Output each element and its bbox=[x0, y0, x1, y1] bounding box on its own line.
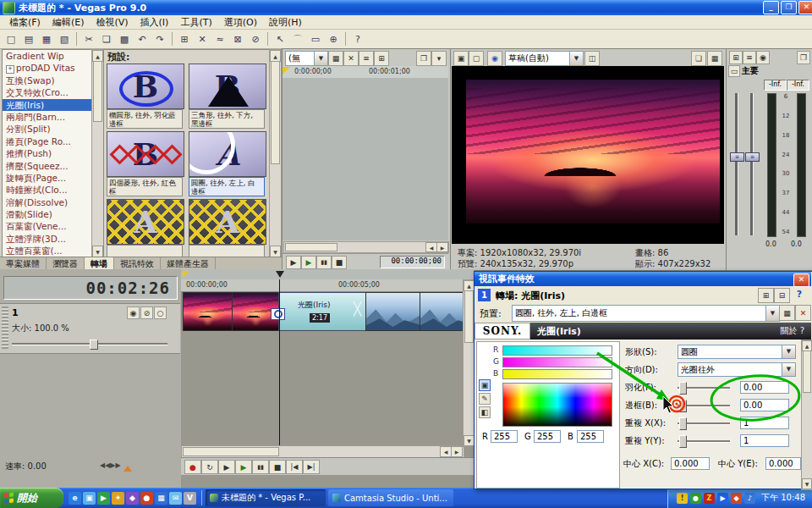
preset-thumbnail-pattern[interactable]: A bbox=[107, 199, 184, 245]
minimize-button[interactable]: _ bbox=[763, 1, 779, 14]
paste-button[interactable]: ▩ bbox=[116, 31, 133, 47]
tab-media-generators[interactable]: 媒體產生器 bbox=[161, 257, 216, 270]
transition-item[interactable]: Gradient Wip bbox=[3, 50, 92, 62]
plugin-chain-button[interactable]: ⊞ bbox=[758, 288, 774, 303]
trimmer-play-button[interactable]: ▶ bbox=[301, 256, 316, 269]
stop-button[interactable]: ■ bbox=[269, 460, 286, 474]
feather-slider[interactable] bbox=[678, 380, 730, 395]
border-slider[interactable] bbox=[678, 398, 730, 412]
trimmer-history-dropdown[interactable]: (無▼ bbox=[285, 51, 328, 66]
tray-icon[interactable]: ! bbox=[677, 493, 688, 504]
mixer-settings-button[interactable]: ◉ bbox=[756, 51, 770, 64]
quick-launch-icon[interactable]: e bbox=[69, 492, 81, 505]
trimmer-dock-button[interactable]: ❐ bbox=[416, 51, 431, 66]
trimmer-marker-icon[interactable] bbox=[283, 67, 290, 75]
transition-item[interactable]: 互換(Swap) bbox=[3, 75, 92, 86]
tray-icon[interactable]: ◆ bbox=[731, 493, 742, 504]
cut-button[interactable]: ✂ bbox=[80, 31, 97, 47]
preset-cell-selected[interactable]: A 圓圈, 往外, 左上, 白邊框 bbox=[189, 131, 266, 196]
redo-button[interactable]: ↷ bbox=[151, 31, 168, 47]
feather-value-field[interactable] bbox=[740, 381, 789, 394]
save-snapshot-button[interactable]: ▦ bbox=[707, 51, 722, 66]
menu-options[interactable]: 選項(O) bbox=[218, 16, 263, 29]
quick-launch-icon[interactable]: ▣ bbox=[83, 492, 96, 505]
blue-channel-slider[interactable] bbox=[502, 369, 612, 379]
tab-explorer[interactable]: 瀏覽器 bbox=[47, 257, 85, 270]
maximize-button[interactable]: ❐ bbox=[781, 1, 797, 14]
preview-overlay-button[interactable]: ◉ bbox=[487, 51, 502, 66]
tray-icon[interactable]: ● bbox=[690, 493, 701, 504]
eyedropper-button[interactable]: ✎ bbox=[479, 393, 491, 405]
preset-cell[interactable]: B 橢圓形, 往外, 羽化藍邊框 bbox=[107, 64, 184, 129]
center-x-value-field[interactable] bbox=[671, 457, 710, 470]
copy-snapshot-button[interactable]: ❏ bbox=[691, 51, 706, 66]
edit-cursor-line[interactable] bbox=[279, 279, 280, 445]
video-track-lane[interactable]: 光圈(Iris) 2:17 ╳ bbox=[181, 291, 474, 330]
transition-item[interactable]: 兩扇門(Barn... bbox=[3, 111, 92, 123]
red-channel-slider[interactable] bbox=[502, 345, 612, 356]
slider-handle[interactable] bbox=[679, 417, 687, 430]
selection-edit-tool-button[interactable]: ▭ bbox=[307, 31, 324, 47]
auto-ripple-button[interactable]: ≈ bbox=[211, 31, 228, 47]
mixer-insert-bus-button[interactable]: ⊞ bbox=[729, 51, 743, 64]
trimmer-media-area[interactable] bbox=[283, 78, 448, 240]
transition-item[interactable]: 交叉特效(Cro... bbox=[3, 86, 92, 98]
chevron-down-icon[interactable]: ▼ bbox=[569, 52, 583, 65]
trimmer-ruler[interactable]: 0:00:00;00 00:00:01;00 bbox=[283, 66, 448, 79]
transition-properties-icon[interactable] bbox=[271, 308, 285, 320]
ignore-grouping-button[interactable]: ⊘ bbox=[247, 31, 264, 47]
master-fader-right[interactable] bbox=[750, 93, 754, 235]
trimmer-settings-button[interactable]: ⊞ bbox=[374, 51, 389, 66]
menu-insert[interactable]: 插入(I) bbox=[134, 16, 175, 29]
task-button-camtasia[interactable]: Camtasia Studio - Unti... bbox=[328, 489, 453, 506]
fader-handle-right[interactable]: ≡ bbox=[745, 152, 760, 162]
hue-saturation-field[interactable] bbox=[502, 383, 612, 427]
menu-file[interactable]: 檔案(F) bbox=[3, 16, 47, 29]
center-y-value-field[interactable] bbox=[765, 457, 801, 470]
tab-project-media[interactable]: 專案媒體 bbox=[0, 257, 47, 270]
close-button[interactable]: ✕ bbox=[798, 1, 812, 14]
preset-dropdown[interactable]: 圓圈, 往外, 左上, 白邊框▼ bbox=[512, 305, 780, 322]
auto-crossfade-button[interactable]: ✕ bbox=[194, 31, 211, 47]
undo-button[interactable]: ↶ bbox=[134, 31, 151, 47]
transition-item[interactable]: 立體浮牌(3D... bbox=[3, 233, 92, 245]
bus-properties-icon[interactable]: ▭ bbox=[728, 65, 740, 77]
mixer-insert-fx-button[interactable]: ≡ bbox=[743, 51, 756, 64]
timeline-h-scrollbar[interactable]: ◀ ▶ bbox=[181, 445, 464, 458]
slider-handle[interactable] bbox=[679, 400, 687, 412]
loop-playback-button[interactable]: ↻ bbox=[201, 460, 218, 474]
new-project-button[interactable]: □ bbox=[3, 31, 19, 47]
quick-launch-icon[interactable]: ✦ bbox=[112, 492, 124, 505]
task-button-vegas[interactable]: 未標題的 * - Vegas P... bbox=[206, 489, 326, 506]
repeat-y-value-field[interactable] bbox=[740, 434, 789, 447]
transition-item[interactable]: +proDAD Vitas bbox=[3, 62, 92, 74]
transition-item[interactable]: 分割(Split) bbox=[3, 123, 92, 135]
transition-item[interactable]: 時鐘擦拭(Clo... bbox=[3, 184, 92, 196]
slider-handle[interactable] bbox=[679, 435, 687, 448]
quick-launch-icon[interactable]: ✉ bbox=[169, 492, 182, 505]
preset-grid-scrollbar[interactable]: ▲ ▼ bbox=[269, 49, 282, 258]
trimmer-delete-button[interactable]: ✕ bbox=[343, 51, 359, 66]
tray-icon[interactable]: Z bbox=[704, 493, 715, 504]
cursor-time-display[interactable]: 00:02:26 bbox=[3, 276, 178, 300]
menu-edit[interactable]: 編輯(E) bbox=[47, 16, 91, 29]
preset-thumbnail-diamonds[interactable]: B bbox=[107, 131, 184, 177]
preset-thumbnail-circle[interactable]: A bbox=[189, 131, 266, 177]
picker-mode-button[interactable]: ▣ bbox=[479, 379, 491, 391]
quick-launch-icon[interactable]: ▶ bbox=[97, 492, 110, 505]
go-to-end-button[interactable]: ▶| bbox=[303, 460, 320, 474]
chevron-down-icon[interactable]: ▼ bbox=[765, 306, 779, 321]
transition-item[interactable]: 推擠(Push) bbox=[3, 147, 92, 159]
transition-item[interactable]: 溶解(Dissolve) bbox=[3, 196, 92, 208]
envelope-edit-tool-button[interactable]: ⌒ bbox=[289, 31, 306, 47]
swatch-button[interactable]: ◧ bbox=[479, 406, 491, 418]
shape-dropdown[interactable]: 圓圈▼ bbox=[678, 345, 796, 359]
transition-item[interactable]: 擠壓(Squeez... bbox=[3, 160, 92, 172]
preview-project-button[interactable]: ▣ bbox=[453, 51, 469, 66]
project-properties-button[interactable]: ▧ bbox=[56, 31, 73, 47]
quick-launch-icon[interactable]: ● bbox=[140, 492, 153, 505]
quick-launch-icon[interactable]: ▦ bbox=[155, 492, 167, 505]
dialog-scrollbar[interactable]: ▲ ▼ bbox=[801, 340, 812, 490]
remove-plugin-button[interactable]: ⊟ bbox=[774, 288, 790, 303]
trimmer-sort-button[interactable]: ≡ bbox=[359, 51, 374, 66]
